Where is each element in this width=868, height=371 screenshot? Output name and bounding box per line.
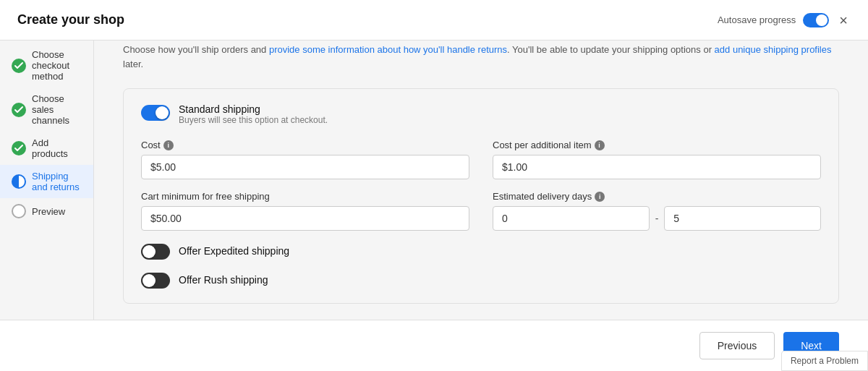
range-separator: -: [655, 213, 659, 224]
step-icon-shipping: [12, 174, 26, 189]
step-icon-preview: [12, 204, 26, 218]
sidebar-label-products: Add products: [32, 137, 82, 159]
standard-shipping-sub: Buyers will see this option at checkout.: [179, 115, 328, 125]
footer-actions: Previous Next: [0, 320, 868, 371]
delivery-max-input[interactable]: [664, 206, 821, 231]
delivery-range: -: [493, 206, 821, 231]
shipping-card: Standard shipping Buyers will see this o…: [123, 88, 839, 304]
sidebar-item-sales-channels[interactable]: Choose sales channels: [0, 88, 93, 132]
cost-per-additional-group: Cost per additional item i: [493, 140, 821, 179]
previous-button[interactable]: Previous: [699, 332, 775, 359]
cost-group: Cost i: [141, 140, 469, 179]
cart-minimum-input[interactable]: [141, 206, 469, 231]
expedited-shipping-row: Offer Expedited shipping: [141, 242, 821, 260]
sidebar-item-add-products[interactable]: Add products: [0, 132, 93, 165]
sidebar-label-checkout: Choose checkout method: [32, 49, 82, 82]
step-icon-sales: [12, 103, 26, 117]
standard-shipping-toggle[interactable]: [141, 105, 170, 121]
app-header: Create your shop Autosave progress ×: [0, 0, 868, 40]
standard-shipping-label: Standard shipping: [179, 103, 328, 115]
cost-info-icon[interactable]: i: [163, 140, 174, 150]
cost-per-additional-input[interactable]: [493, 155, 821, 179]
sidebar: Get started Choose checkout method Choos…: [0, 0, 94, 320]
cost-per-additional-info-icon[interactable]: i: [595, 140, 605, 150]
desc-part1: Choose how you'll ship orders and: [123, 44, 269, 55]
delivery-days-group: Estimated delivery days i -: [493, 191, 821, 231]
expedited-shipping-label: Offer Expedited shipping: [179, 245, 289, 257]
report-problem-button[interactable]: Report a Problem: [781, 351, 868, 371]
rush-shipping-row: Offer Rush shipping: [141, 271, 821, 289]
sidebar-label-preview: Preview: [32, 206, 65, 217]
delivery-days-label: Estimated delivery days i: [493, 191, 821, 202]
desc-link1[interactable]: provide some information about how you'l…: [269, 44, 507, 55]
cart-minimum-group: Cart minimum for free shipping: [141, 191, 469, 231]
expedited-shipping-toggle[interactable]: [141, 244, 170, 260]
rush-shipping-toggle[interactable]: [141, 273, 170, 289]
delivery-info-icon[interactable]: i: [595, 192, 605, 202]
desc-part3: later.: [123, 59, 143, 69]
app-title: Create your shop: [17, 12, 124, 27]
sidebar-item-preview[interactable]: Preview: [0, 198, 93, 224]
main-content: Set shipping and returns Choose how you'…: [94, 0, 868, 320]
sidebar-item-choose-checkout[interactable]: Choose checkout method: [0, 43, 93, 88]
autosave-toggle[interactable]: [803, 13, 829, 27]
cost-input[interactable]: [141, 155, 469, 179]
rush-shipping-label: Offer Rush shipping: [179, 274, 268, 286]
header-right: Autosave progress ×: [718, 10, 851, 30]
shipping-form: Cost i Cost per additional item i: [141, 140, 821, 231]
cost-per-additional-label: Cost per additional item i: [493, 140, 821, 150]
sidebar-item-shipping[interactable]: Shipping and returns: [0, 165, 93, 198]
autosave-label: Autosave progress: [718, 14, 796, 25]
close-button[interactable]: ×: [836, 10, 851, 30]
desc-part2: . You'll be able to update your shipping…: [507, 44, 715, 55]
standard-shipping-info: Standard shipping Buyers will see this o…: [179, 103, 328, 125]
desc-link2[interactable]: add unique shipping profiles: [715, 44, 832, 55]
section-description: Choose how you'll ship orders and provid…: [123, 43, 839, 71]
cart-minimum-label: Cart minimum for free shipping: [141, 191, 469, 202]
cost-label: Cost i: [141, 140, 469, 150]
delivery-min-input[interactable]: [493, 206, 650, 231]
sidebar-label-shipping: Shipping and returns: [32, 171, 82, 192]
standard-shipping-row: Standard shipping Buyers will see this o…: [141, 103, 821, 125]
step-icon-products: [12, 141, 26, 155]
sidebar-label-sales: Choose sales channels: [32, 93, 82, 126]
step-icon-checkout: [12, 59, 26, 73]
